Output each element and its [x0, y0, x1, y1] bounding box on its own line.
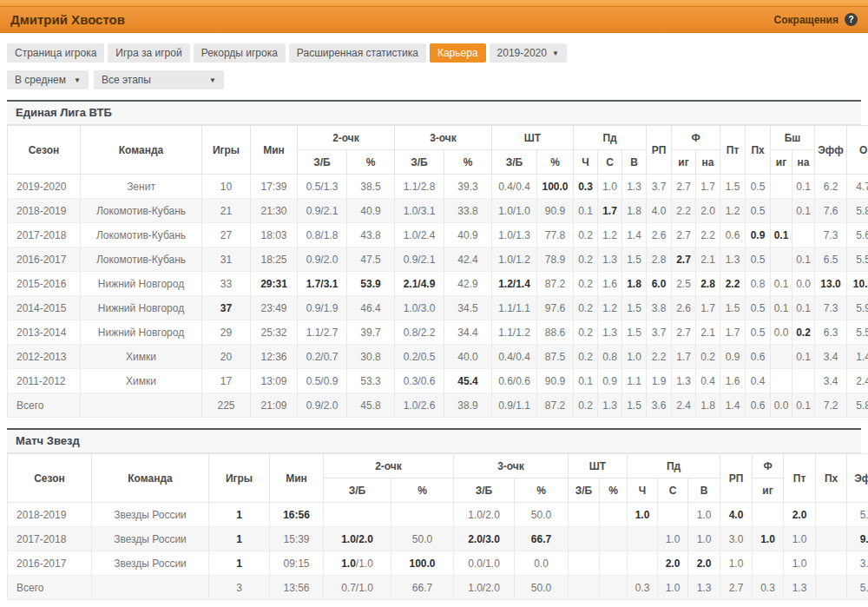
cell: 0.4/0.4	[492, 345, 537, 369]
mode-select[interactable]: В среднем▼	[7, 70, 89, 89]
cell: 2.2	[647, 345, 672, 369]
cell	[569, 576, 600, 600]
cell: 1.0/1.0	[492, 199, 537, 223]
column-header: Команда	[81, 126, 202, 175]
cell-season: 2012-2013	[8, 345, 81, 369]
cell: Локомотив-Кубань	[81, 247, 202, 272]
cell: 3.0	[720, 527, 753, 551]
column-subheader: иг	[753, 478, 784, 503]
cell: 1.1/2.7	[298, 320, 347, 345]
cell: 2.7	[720, 576, 753, 600]
cell: 0.0	[792, 272, 815, 296]
cell: Нижний Новгород	[81, 320, 202, 345]
chevron-down-icon: ▼	[74, 76, 81, 84]
cell: 10.8	[847, 272, 868, 296]
cell: 0.9/2.1	[298, 199, 347, 223]
cell: 0.4	[696, 369, 720, 393]
cell: Нижний Новгород	[81, 296, 202, 320]
cell: 0.0	[771, 320, 792, 345]
cell: 27	[202, 223, 251, 247]
cell: 4.7	[847, 175, 868, 199]
cell: 1.2	[598, 223, 622, 247]
cell: 0.0	[771, 393, 792, 418]
column-subheader: В	[688, 478, 720, 503]
cell: 87.2	[537, 272, 574, 296]
cell: 1.8	[622, 199, 647, 223]
totals-row: Всего313:560.7/1.066.71.0/2.050.00.31.01…	[8, 576, 868, 600]
cell-season: 2015-2016	[8, 272, 81, 296]
cell: 0.1	[792, 393, 815, 418]
tab-player-records[interactable]: Рекорды игрока	[194, 43, 286, 63]
cell	[600, 503, 628, 527]
cell: 46.4	[347, 296, 395, 320]
column-header: 2-очк	[324, 454, 454, 478]
chevron-down-icon: ▼	[209, 76, 216, 84]
cell: 42.4	[444, 247, 492, 272]
cell: 1.7	[598, 199, 622, 223]
column-subheader: З/Б	[569, 478, 600, 503]
cell: 78.9	[537, 247, 574, 272]
tab-advanced-stats[interactable]: Расширенная статистика	[289, 43, 426, 63]
cell: 3.4	[815, 369, 847, 393]
cell: 7.3	[815, 223, 847, 247]
abbreviations-label[interactable]: Сокращения	[774, 14, 838, 26]
cell: 1.1/2.8	[395, 175, 444, 199]
tab-game-by-game[interactable]: Игра за игрой	[108, 43, 189, 63]
cell: 1.2	[598, 296, 622, 320]
cell: 1.4	[847, 345, 868, 369]
cell: 1.3	[720, 247, 746, 272]
column-header: О	[847, 126, 868, 175]
cell: 66.7	[515, 527, 569, 551]
cell: 45.8	[347, 393, 395, 418]
cell: 0.3	[628, 576, 658, 600]
stages-select[interactable]: Все этапы▼	[94, 70, 224, 89]
cell: 1.0/1.2	[492, 247, 537, 272]
cell: 0.4/0.4	[492, 175, 537, 199]
table-row: 2017-2018Локомотив-Кубань2718:030.8/1.84…	[8, 223, 868, 247]
abbreviations-control[interactable]: Сокращения ?	[774, 13, 858, 26]
cell: 1.9	[647, 369, 672, 393]
column-header: 2-очк	[298, 126, 395, 150]
help-icon[interactable]: ?	[845, 13, 858, 26]
cell	[792, 369, 815, 393]
column-header: Мин	[270, 454, 324, 503]
tab-label: Расширенная статистика	[297, 47, 418, 59]
cell	[771, 369, 792, 393]
cell-season: 2017-2018	[8, 223, 81, 247]
cell: 2.2	[720, 272, 746, 296]
cell: 2.2	[696, 223, 720, 247]
cell	[569, 551, 600, 576]
cell: 29:31	[251, 272, 298, 296]
cell: 13:09	[251, 369, 298, 393]
cell: 3.7	[647, 175, 672, 199]
cell: 40.9	[347, 199, 395, 223]
cell: Звезды России	[92, 527, 209, 551]
column-header: Бш	[771, 126, 815, 150]
column-subheader: %	[537, 150, 574, 175]
tab-player-page[interactable]: Страница игрока	[7, 43, 104, 63]
season-dropdown[interactable]: 2019-2020▼	[490, 43, 567, 63]
cell: 1	[209, 551, 270, 576]
column-subheader: З/Б	[395, 150, 444, 175]
cell-season: 2018-2019	[8, 503, 92, 527]
cell: 1.3	[598, 320, 622, 345]
cell: 33.8	[444, 199, 492, 223]
cell: 1.0	[598, 175, 622, 199]
column-header: Пд	[574, 126, 647, 150]
cell: Химки	[81, 345, 202, 369]
cell: 0.8/1.8	[298, 223, 347, 247]
tab-career[interactable]: Карьера	[430, 43, 486, 63]
cell: 0.2	[792, 320, 815, 345]
cell	[600, 551, 628, 576]
cell: 90.9	[537, 369, 574, 393]
cell: Звезды России	[92, 551, 209, 576]
cell: 1.5	[622, 393, 647, 418]
table-row: 2013-2014Нижний Новгород2925:321.1/2.739…	[8, 320, 868, 345]
cell: 40.9	[444, 223, 492, 247]
cell: 1.8	[696, 393, 720, 418]
column-header: Эфф	[847, 454, 868, 503]
cell: 18:25	[251, 247, 298, 272]
cell: 5.7	[847, 576, 868, 600]
cell: 1.4	[720, 393, 746, 418]
cell	[628, 551, 658, 576]
